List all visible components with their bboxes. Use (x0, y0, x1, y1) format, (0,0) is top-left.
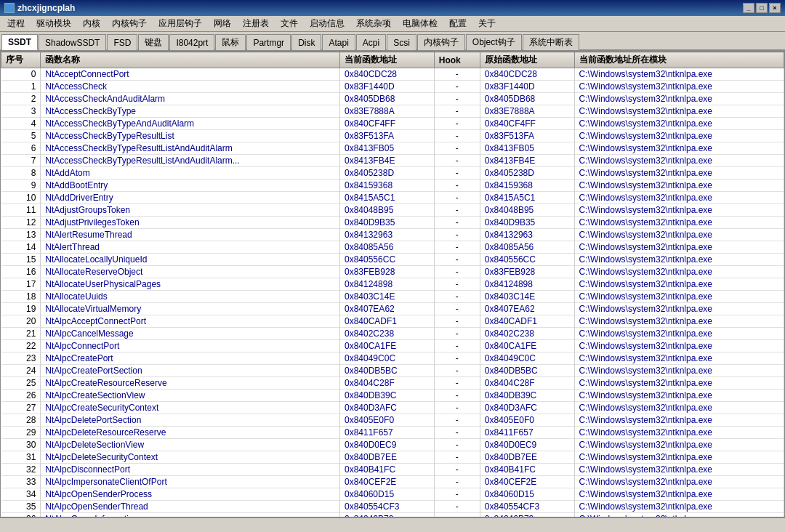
menu-item-启动信息[interactable]: 启动信息 (304, 17, 350, 31)
table-row[interactable]: 3NtAccessCheckByType0x83E7888A-0x83E7888… (1, 105, 784, 118)
table-cell-6-5: C:\Windows\system32\ntknlpa.exe (574, 142, 784, 155)
table-row[interactable]: 23NtAlpcCreatePort0x84049C0C-0x84049C0CC… (1, 352, 784, 365)
table-row[interactable]: 20NtAlpcAcceptConnectPort0x840CADF1-0x84… (1, 315, 784, 328)
menu-item-关于[interactable]: 关于 (472, 17, 502, 31)
tab-Acpi[interactable]: Acpi (356, 34, 386, 50)
table-cell-3-3: - (434, 105, 480, 118)
table-row[interactable]: 8NtAddAtom0x8405238D-0x8405238DC:\Window… (1, 167, 784, 180)
table-cell-17-3: - (434, 278, 480, 291)
menu-item-进程[interactable]: 进程 (1, 17, 31, 31)
table-cell-19-3: - (434, 303, 480, 315)
tab-FSD[interactable]: FSD (107, 34, 137, 50)
menu-item-应用层钩子[interactable]: 应用层钩子 (153, 17, 208, 31)
table-cell-10-5: C:\Windows\system32\ntknlpa.exe (574, 192, 784, 204)
table-cell-23-2: 0x84049C0C (340, 352, 435, 365)
table-row[interactable]: 17NtAllocateUserPhysicalPages0x84124898-… (1, 278, 784, 291)
tab-ShadowSSDT[interactable]: ShadowSSDT (39, 34, 106, 50)
table-row[interactable]: 7NtAccessCheckByTypeResultListAndAuditAl… (1, 155, 784, 167)
table-row[interactable]: 32NtAlpcDisconnectPort0x840B41FC-0x840B4… (1, 464, 784, 476)
table-row[interactable]: 4NtAccessCheckByTypeAndAuditAlarm0x840CF… (1, 118, 784, 130)
table-row[interactable]: 14NtAlertThread0x84085A56-0x84085A56C:\W… (1, 241, 784, 254)
table-cell-32-2: 0x840B41FC (340, 464, 435, 476)
table-cell-18-4: 0x8403C14E (480, 291, 574, 303)
table-cell-30-0: 30 (1, 439, 41, 451)
table-cell-3-4: 0x83E7888A (480, 105, 574, 118)
close-button[interactable]: × (769, 3, 781, 13)
table-cell-29-5: C:\Windows\system32\ntknlpa.exe (574, 427, 784, 439)
column-header-序号[interactable]: 序号 (1, 52, 41, 68)
menu-item-内核[interactable]: 内核 (77, 17, 106, 31)
table-row[interactable]: 11NtAdjustGroupsToken0x84048B95-0x84048B… (1, 204, 784, 217)
table-row[interactable]: 21NtAlpcCancelMessage0x8402C238-0x8402C2… (1, 328, 784, 340)
table-row[interactable]: 34NtAlpcOpenSenderProcess0x84060D15-0x84… (1, 488, 784, 501)
table-row[interactable]: 15NtAllocateLocallyUniqueId0x840556CC-0x… (1, 254, 784, 266)
tab-键盘[interactable]: 键盘 (138, 34, 169, 50)
table-row[interactable]: 29NtAlpcDeleteResourceReserve0x8411F657-… (1, 427, 784, 439)
table-cell-28-4: 0x8405E0F0 (480, 414, 574, 427)
table-cell-28-3: - (434, 414, 480, 427)
tab-Object钩子[interactable]: Object钩子 (466, 34, 522, 50)
tab-系统中断表[interactable]: 系统中断表 (523, 34, 579, 50)
table-row[interactable]: 10NtAddDriverEntry0x8415A5C1-0x8415A5C1C… (1, 192, 784, 204)
table-row[interactable]: 6NtAccessCheckByTypeResultListAndAuditAl… (1, 142, 784, 155)
menu-item-电脑体检[interactable]: 电脑体检 (397, 17, 443, 31)
table-row[interactable]: 5NtAccessCheckByTypeResultList0x83F513FA… (1, 130, 784, 142)
table-cell-25-3: - (434, 377, 480, 390)
tab-Scsi[interactable]: Scsi (387, 34, 416, 50)
tab-鼠标[interactable]: 鼠标 (215, 34, 246, 50)
table-row[interactable]: 9NtAddBootEntry0x84159368-0x84159368C:\W… (1, 180, 784, 192)
table-row[interactable]: 27NtAlpcCreateSecurityContext0x840D3AFC-… (1, 402, 784, 414)
column-header-当前函数地址所在模块[interactable]: 当前函数地址所在模块 (574, 52, 784, 68)
tab-I8042prt[interactable]: I8042prt (169, 34, 214, 50)
table-row[interactable]: 30NtAlpcDeleteSectionView0x840D0EC9-0x84… (1, 439, 784, 451)
table-row[interactable]: 28NtAlpcDeletePortSection0x8405E0F0-0x84… (1, 414, 784, 427)
table-row[interactable]: 1NtAccessCheck0x83F1440D-0x83F1440DC:\Wi… (1, 81, 784, 93)
table-row[interactable]: 0NtAcceptConnectPort0x840CDC28-0x840CDC2… (1, 68, 784, 81)
table-row[interactable]: 35NtAlpcOpenSenderThread0x840554CF3-0x84… (1, 501, 784, 513)
table-cell-22-4: 0x840CA1FE (480, 340, 574, 352)
table-row[interactable]: 13NtAlertResumeThread0x84132963-0x841329… (1, 229, 784, 241)
tab-Disk[interactable]: Disk (291, 34, 321, 50)
table-row[interactable]: 33NtAlpcImpersonateClientOfPort0x840CEF2… (1, 476, 784, 488)
menu-item-驱动模块[interactable]: 驱动模块 (31, 17, 77, 31)
table-row[interactable]: 16NtAllocateReserveObject0x83FEB928-0x83… (1, 266, 784, 278)
menu-item-内核钩子[interactable]: 内核钩子 (106, 17, 153, 31)
table-cell-24-3: - (434, 365, 480, 377)
tab-SSDT[interactable]: SSDT (1, 34, 38, 50)
table-row[interactable]: 26NtAlpcCreateSectionView0x840DB39C-0x84… (1, 390, 784, 402)
table-row[interactable]: 19NtAllocateVirtualMemory0x8407EA62-0x84… (1, 303, 784, 315)
table-cell-10-3: - (434, 192, 480, 204)
maximize-button[interactable]: □ (756, 3, 768, 13)
tab-Atapi[interactable]: Atapi (322, 34, 355, 50)
table-cell-9-5: C:\Windows\system32\ntknlpa.exe (574, 180, 784, 192)
menu-item-注册表[interactable]: 注册表 (237, 17, 275, 31)
column-header-当前函数地址[interactable]: 当前函数地址 (340, 52, 435, 68)
table-row[interactable]: 25NtAlpcCreateResourceReserve0x8404C28F-… (1, 377, 784, 390)
tab-内核钩子[interactable]: 内核钩子 (417, 34, 465, 50)
column-header-函数名称[interactable]: 函数名称 (41, 52, 340, 68)
table-cell-6-4: 0x8413FB05 (480, 142, 574, 155)
table-row[interactable]: 31NtAlpcDeleteSecurityContext0x840DB7EE-… (1, 451, 784, 464)
table-row[interactable]: 24NtAlpcCreatePortSection0x840DB5BC-0x84… (1, 365, 784, 377)
table-row[interactable]: 18NtAllocateUuids0x8403C14E-0x8403C14EC:… (1, 291, 784, 303)
table-row[interactable]: 12NtAdjustPrivilegesToken0x840D9B35-0x84… (1, 217, 784, 229)
table-row[interactable]: 22NtAlpcConnectPort0x840CA1FE-0x840CA1FE… (1, 340, 784, 352)
table-cell-19-4: 0x8407EA62 (480, 303, 574, 315)
table-cell-10-1: NtAddDriverEntry (41, 192, 340, 204)
column-header-原始函数地址[interactable]: 原始函数地址 (480, 52, 574, 68)
column-header-Hook[interactable]: Hook (434, 52, 480, 68)
table-cell-10-0: 10 (1, 192, 41, 204)
table-container[interactable]: 序号函数名称当前函数地址Hook原始函数地址当前函数地址所在模块 0NtAcce… (0, 51, 785, 517)
menu-item-系统杂项[interactable]: 系统杂项 (350, 17, 397, 31)
menu-item-配置[interactable]: 配置 (443, 17, 472, 31)
table-cell-8-0: 8 (1, 167, 41, 180)
table-row[interactable]: 2NtAccessCheckAndAuditAlarm0x8405DB68-0x… (1, 93, 784, 105)
status-bar (0, 517, 785, 532)
table-cell-26-0: 26 (1, 390, 41, 402)
table-cell-13-3: - (434, 229, 480, 241)
table-cell-8-2: 0x8405238D (340, 167, 435, 180)
minimize-button[interactable]: _ (743, 3, 754, 13)
tab-Partmgr[interactable]: Partmgr (246, 34, 291, 50)
menu-item-文件[interactable]: 文件 (275, 17, 304, 31)
menu-item-网络[interactable]: 网络 (208, 17, 237, 31)
